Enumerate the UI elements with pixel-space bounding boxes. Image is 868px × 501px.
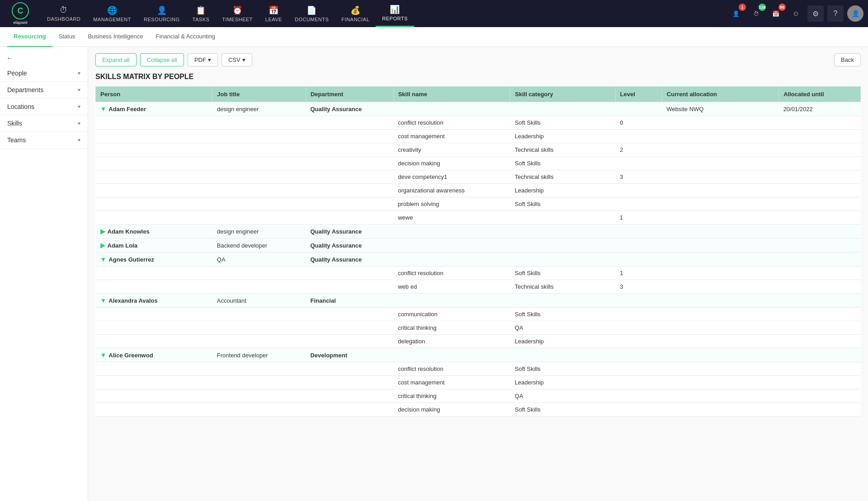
nav-documents[interactable]: 📄 DOCUMENTS xyxy=(288,0,335,27)
collapse-all-button[interactable]: Collapse all xyxy=(140,53,184,66)
subnav-resourcing[interactable]: Resourcing xyxy=(7,27,52,47)
person-name-cell xyxy=(96,157,212,170)
allocation-cell xyxy=(662,308,778,321)
person-name-cell[interactable]: ▶ Adam Knowles xyxy=(96,225,212,239)
chevron-down-icon: ▾ xyxy=(78,137,80,143)
timer-badge: 116 xyxy=(759,4,766,11)
job-title-cell xyxy=(212,335,306,348)
dept-cell xyxy=(306,335,393,348)
skill-category-cell: Soft Skills xyxy=(510,157,615,170)
sidebar-item-departments[interactable]: Departments ▾ xyxy=(0,82,88,98)
app-name: elapseit xyxy=(13,20,27,25)
skills-matrix-table: Person Job title Department Skill name S… xyxy=(95,86,861,417)
nav-timesheet[interactable]: ⏰ TIMESHEET xyxy=(216,0,259,27)
sidebar-skills-label: Skills xyxy=(7,120,22,127)
person-name-cell xyxy=(96,403,212,417)
skill-name-cell xyxy=(393,239,510,253)
person-name-cell[interactable]: ▶ Adam Lola xyxy=(96,239,212,253)
level-cell xyxy=(615,239,662,253)
help-button[interactable]: ? xyxy=(827,5,844,22)
person-name-cell[interactable]: ▼ Alexandra Avalos xyxy=(96,294,212,308)
allocation-cell xyxy=(662,197,778,211)
nav-financial[interactable]: 💰 FINANCIAL xyxy=(335,0,376,27)
sidebar-people-label: People xyxy=(7,70,27,77)
nav-resourcing[interactable]: 👤 RESOURCING xyxy=(137,0,186,27)
pdf-dropdown-icon: ▾ xyxy=(208,56,211,63)
skill-name-cell: conflict resolution xyxy=(393,116,510,130)
level-cell: 3 xyxy=(615,170,662,184)
person-name-cell[interactable]: ▼ Adam Feeder xyxy=(96,102,212,116)
table-body: ▼ Adam Feeder design engineer Quality As… xyxy=(96,102,861,417)
skill-name-cell: communication xyxy=(393,308,510,321)
nav-management[interactable]: 🌐 MANAGEMENT xyxy=(87,0,137,27)
level-cell xyxy=(615,389,662,403)
skill-category-cell: Technical skills xyxy=(510,170,615,184)
skill-category-cell xyxy=(510,253,615,267)
settings-button[interactable]: ⚙ xyxy=(807,5,824,22)
level-cell xyxy=(615,294,662,308)
level-cell xyxy=(615,197,662,211)
sidebar-item-teams[interactable]: Teams ▾ xyxy=(0,132,88,149)
job-title-cell xyxy=(212,403,306,417)
person-name-cell xyxy=(96,184,212,197)
nav-leave-label: LEAVE xyxy=(265,17,282,22)
nav-items: ⏱ DASHBOARD 🌐 MANAGEMENT 👤 RESOURCING 📋 … xyxy=(41,0,728,27)
dept-cell: Quality Assurance xyxy=(306,239,393,253)
toolbar: Expand all Collapse all PDF ▾ CSV ▾ Back xyxy=(95,53,861,66)
sidebar-item-people[interactable]: People ▾ xyxy=(0,65,88,82)
skill-category-cell: Soft Skills xyxy=(510,116,615,130)
dept-cell: Financial xyxy=(306,294,393,308)
notifications-people-btn[interactable]: 👤 1 xyxy=(728,5,744,22)
user-avatar[interactable]: 👤 xyxy=(847,5,863,22)
skill-category-cell: Technical skills xyxy=(510,280,615,294)
job-title-cell xyxy=(212,197,306,211)
nav-reports[interactable]: 📊 REPORTS xyxy=(376,0,414,27)
nav-leave[interactable]: 📅 LEAVE xyxy=(259,0,288,27)
person-name-cell xyxy=(96,267,212,280)
financial-icon: 💰 xyxy=(350,5,361,15)
subnav-bi[interactable]: Business Intelligence xyxy=(81,27,149,47)
person-name-cell xyxy=(96,197,212,211)
sidebar-back-arrow[interactable]: ← xyxy=(0,52,88,65)
csv-button[interactable]: CSV ▾ xyxy=(222,53,252,66)
nav-resourcing-label: RESOURCING xyxy=(144,17,180,22)
skill-name-cell: web ed xyxy=(393,280,510,294)
pdf-button[interactable]: PDF ▾ xyxy=(188,53,218,66)
sidebar-item-locations[interactable]: Locations ▾ xyxy=(0,98,88,115)
chevron-down-icon: ▾ xyxy=(78,70,80,76)
subnav-status[interactable]: Status xyxy=(52,27,82,47)
person-name-cell xyxy=(96,280,212,294)
until-cell xyxy=(779,253,861,267)
until-cell xyxy=(779,170,861,184)
time-tracker-btn[interactable]: ⏲ xyxy=(788,5,804,22)
sidebar-item-skills[interactable]: Skills ▾ xyxy=(0,115,88,132)
allocation-cell xyxy=(662,294,778,308)
level-cell xyxy=(615,335,662,348)
dept-cell xyxy=(306,170,393,184)
dept-cell xyxy=(306,403,393,417)
until-cell: 20/01/2022 xyxy=(779,102,861,116)
person-name-cell[interactable]: ▼ Agnes Gutierrez xyxy=(96,253,212,267)
nav-dashboard[interactable]: ⏱ DASHBOARD xyxy=(41,0,87,27)
allocation-cell xyxy=(662,239,778,253)
job-title-cell xyxy=(212,170,306,184)
job-title-cell xyxy=(212,308,306,321)
expand-all-button[interactable]: Expand all xyxy=(95,53,137,66)
csv-dropdown-icon: ▾ xyxy=(242,56,245,63)
allocation-cell xyxy=(662,335,778,348)
subnav-financial[interactable]: Financial & Accounting xyxy=(150,27,222,47)
back-button[interactable]: Back xyxy=(834,53,861,66)
until-cell xyxy=(779,348,861,362)
dept-cell xyxy=(306,157,393,170)
dept-cell xyxy=(306,280,393,294)
notifications-timer-btn[interactable]: ⏱ 116 xyxy=(748,5,764,22)
person-name-cell[interactable]: ▼ Alice Greenwod xyxy=(96,348,212,362)
app-logo[interactable]: C elapseit xyxy=(5,2,36,25)
level-cell xyxy=(615,403,662,417)
skill-name-cell xyxy=(393,348,510,362)
notifications-calendar-btn[interactable]: 📅 86 xyxy=(768,5,784,22)
sidebar: ← People ▾ Departments ▾ Locations ▾ Ski… xyxy=(0,47,88,501)
level-cell xyxy=(615,376,662,389)
nav-tasks[interactable]: 📋 TASKS xyxy=(186,0,216,27)
expand-icon: ▼ xyxy=(100,351,107,359)
